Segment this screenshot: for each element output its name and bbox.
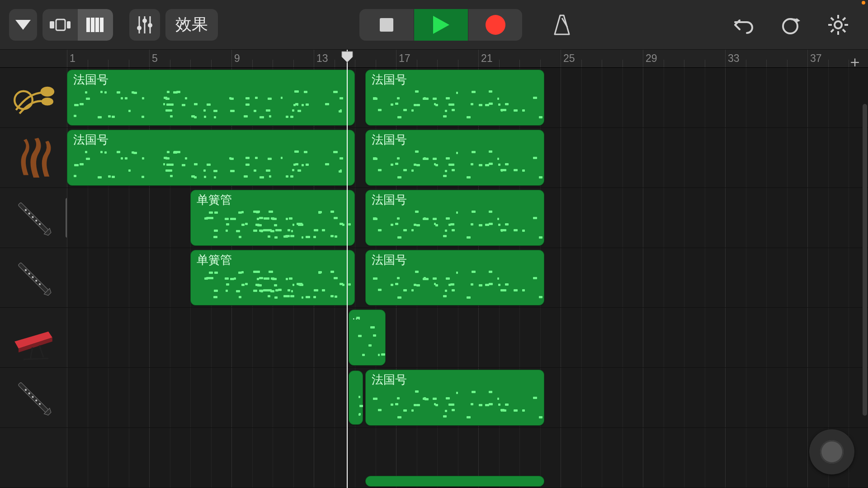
midi-region[interactable]: 法国号	[365, 70, 544, 126]
svg-marker-0	[15, 20, 31, 30]
svg-rect-3	[67, 21, 71, 28]
midi-region[interactable]: 法国号	[365, 370, 544, 426]
midi-region[interactable]: 单簧管	[190, 250, 355, 306]
svg-rect-4	[86, 18, 90, 32]
svg-rect-1	[50, 21, 54, 28]
midi-region[interactable]: 法国号	[365, 130, 544, 186]
clarinet-icon	[9, 253, 58, 303]
metronome-button[interactable]	[542, 9, 582, 41]
track-row[interactable]: 法国号法国号	[67, 68, 868, 128]
svg-point-16	[486, 15, 505, 35]
svg-point-13	[148, 23, 152, 28]
region-label: 法国号	[73, 72, 108, 88]
track-row[interactable]: ...	[67, 308, 868, 368]
midi-region[interactable]	[349, 371, 363, 425]
chevron-down-icon	[15, 20, 31, 30]
region-label: 法国号	[372, 252, 407, 268]
track-row[interactable]: 单簧管法国号	[67, 248, 868, 308]
loop-icon	[779, 14, 802, 35]
svg-point-29	[42, 88, 53, 96]
play-button[interactable]	[414, 9, 468, 41]
svg-line-47	[39, 346, 43, 357]
ruler-bar-label: 29	[646, 52, 657, 65]
track-header[interactable]	[0, 188, 67, 248]
track-header[interactable]	[0, 428, 67, 488]
quick-record-inner	[820, 440, 844, 464]
track-headers	[0, 50, 67, 488]
svg-point-12	[142, 19, 147, 23]
piano-roll-view-button[interactable]	[78, 9, 113, 41]
svg-rect-5	[91, 18, 94, 32]
track-row[interactable]: 单簧管法国号	[67, 188, 868, 248]
track-header[interactable]	[0, 248, 67, 308]
track-header[interactable]	[0, 68, 67, 128]
track-row[interactable]: 法国号法国号	[67, 128, 868, 188]
tracks-icon	[50, 18, 71, 32]
play-icon	[433, 16, 449, 34]
stop-button[interactable]	[359, 9, 414, 41]
ruler-bar-label: 25	[563, 52, 575, 65]
midi-region[interactable]: 法国号	[67, 70, 355, 126]
midi-region[interactable]: 法国号	[365, 250, 544, 306]
mixer-button[interactable]	[129, 9, 160, 41]
track-row[interactable]	[67, 428, 868, 488]
loop-button[interactable]	[769, 9, 812, 41]
midi-region[interactable]: 法国号	[67, 130, 355, 186]
brass-icon	[9, 73, 58, 122]
track-row[interactable]: 法国号	[67, 368, 868, 428]
record-icon	[486, 15, 505, 35]
ruler-bar-label: 33	[728, 52, 740, 65]
workspace: ＋ 15913172125293337 法国号法国号法国号法国号单簧管法国号单簧…	[0, 50, 868, 488]
ruler-bar-label: 9	[234, 52, 240, 65]
svg-point-20	[835, 21, 842, 28]
track-header[interactable]	[0, 308, 67, 368]
timeline[interactable]: ＋ 15913172125293337 法国号法国号法国号法国号单簧管法国号单簧…	[67, 50, 868, 488]
record-button[interactable]	[468, 9, 522, 41]
svg-point-11	[137, 26, 142, 30]
region-label: 单簧管	[197, 192, 232, 208]
vertical-scrollbar[interactable]	[863, 104, 867, 416]
song-menu-button[interactable]	[9, 9, 37, 41]
svg-line-48	[24, 359, 48, 360]
sliders-icon	[136, 15, 154, 34]
toolbar: 效果	[0, 0, 868, 50]
strings-icon	[9, 133, 58, 183]
midi-region[interactable]: ...	[349, 310, 386, 366]
effects-button[interactable]: 效果	[165, 9, 218, 41]
region-label: 法国号	[372, 372, 407, 388]
undo-icon	[733, 16, 754, 34]
ruler-bar-label: 21	[481, 52, 493, 65]
stop-icon	[380, 18, 393, 32]
timeline-ruler[interactable]: ＋ 15913172125293337	[67, 50, 868, 68]
gear-icon	[827, 14, 849, 36]
svg-point-18	[783, 19, 797, 33]
svg-line-28	[831, 29, 834, 32]
metronome-icon	[552, 14, 572, 35]
quick-record-button[interactable]	[809, 429, 854, 474]
region-label: 法国号	[372, 132, 407, 148]
region-label: 法国号	[372, 72, 407, 88]
view-mode-segmented	[42, 9, 113, 41]
svg-rect-2	[56, 19, 65, 30]
svg-marker-15	[433, 16, 449, 34]
tracks-view-button[interactable]	[42, 9, 78, 41]
midi-region[interactable]: 法国号	[365, 190, 544, 246]
region-label: 单簧管	[197, 252, 232, 268]
transport-controls	[359, 9, 522, 41]
midi-region[interactable]	[365, 476, 544, 487]
status-indicator-dot	[862, 1, 865, 5]
ruler-bar-label: 17	[399, 52, 410, 65]
svg-line-46	[30, 347, 32, 358]
settings-button[interactable]	[817, 9, 859, 41]
track-header[interactable]	[0, 128, 67, 188]
region-label: 法国号	[372, 192, 407, 208]
midi-region[interactable]: 单簧管	[190, 190, 355, 246]
svg-line-27	[843, 18, 845, 20]
svg-rect-14	[380, 18, 393, 32]
undo-button[interactable]	[723, 9, 764, 41]
region-label: 法国号	[73, 132, 108, 148]
track-header[interactable]	[0, 368, 67, 428]
svg-rect-6	[95, 18, 99, 32]
tracks-area[interactable]: 法国号法国号法国号法国号单簧管法国号单簧管法国号...法国号	[67, 68, 868, 488]
ruler-bar-label: 5	[152, 52, 158, 65]
